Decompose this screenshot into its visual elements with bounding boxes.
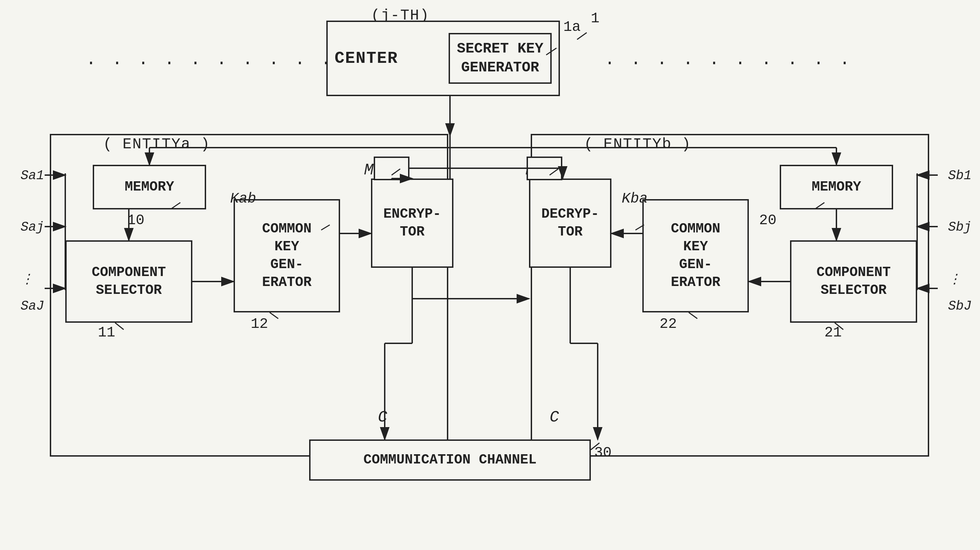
component-selector-b-box: COMPONENTSELECTOR bbox=[790, 240, 917, 323]
signal-saJ: SaJ bbox=[21, 299, 44, 313]
secret-key-label: SECRET KEYGENERATOR bbox=[457, 41, 543, 76]
c-label-a: C bbox=[378, 409, 387, 426]
ref-21: 21 bbox=[824, 324, 842, 341]
ref-1a: 1a bbox=[563, 19, 581, 35]
ref-12: 12 bbox=[251, 316, 268, 332]
component-selector-a-label: COMPONENTSELECTOR bbox=[92, 264, 166, 299]
signal-sb1: Sb1 bbox=[948, 168, 971, 183]
ref-10: 10 bbox=[127, 212, 144, 229]
decryptor-label: DECRYP-TOR bbox=[541, 205, 599, 241]
ref-1: 1 bbox=[591, 10, 600, 27]
m-label-b: M bbox=[525, 161, 535, 179]
memory-a-label: MEMORY bbox=[125, 178, 174, 196]
ref-13: 13 bbox=[376, 168, 393, 185]
encryptor-label: ENCRYP-TOR bbox=[383, 205, 441, 241]
dots-right: . . . . . . . . . . bbox=[605, 50, 853, 69]
signal-sbj: Sbj bbox=[948, 220, 971, 234]
m-label-a: M bbox=[364, 161, 374, 179]
memory-b-box: MEMORY bbox=[780, 165, 893, 210]
center-label: CENTER bbox=[334, 49, 405, 68]
signal-sbj-dots: ⋮ bbox=[948, 271, 961, 287]
memory-a-box: MEMORY bbox=[93, 165, 206, 210]
signal-sbJ: SbJ bbox=[948, 299, 971, 313]
secret-key-generator-box: SECRET KEYGENERATOR bbox=[449, 33, 552, 83]
kab-label: Kab bbox=[230, 191, 256, 207]
component-selector-b-label: COMPONENTSELECTOR bbox=[816, 264, 891, 299]
dots-left: . . . . . . . . . . bbox=[86, 50, 334, 69]
signal-saj: Saj bbox=[21, 220, 44, 234]
ref-30: 30 bbox=[594, 445, 611, 461]
diagram: (j-TH) . . . . . . . . . . . . . . . . .… bbox=[0, 0, 980, 550]
common-key-gen-b-box: COMMONKEYGEN-ERATOR bbox=[642, 199, 749, 312]
kba-label: Kba bbox=[622, 191, 648, 207]
ref-23: 23 bbox=[534, 168, 551, 185]
ref-22: 22 bbox=[660, 316, 677, 332]
signal-saj-dots: ⋮ bbox=[21, 271, 33, 287]
decryptor-box: DECRYP-TOR bbox=[529, 178, 611, 268]
communication-channel-label: COMMUNICATION CHANNEL bbox=[363, 451, 536, 469]
common-key-gen-a-box: COMMONKEYGEN-ERATOR bbox=[234, 199, 340, 312]
memory-b-label: MEMORY bbox=[812, 178, 861, 196]
ref-20: 20 bbox=[759, 212, 776, 229]
common-key-gen-b-label: COMMONKEYGEN-ERATOR bbox=[671, 220, 720, 291]
signal-sa1: Sa1 bbox=[21, 168, 44, 183]
common-key-gen-a-label: COMMONKEYGEN-ERATOR bbox=[262, 220, 312, 291]
c-label-b: C bbox=[550, 409, 559, 426]
communication-channel-box: COMMUNICATION CHANNEL bbox=[309, 439, 591, 481]
component-selector-a-box: COMPONENTSELECTOR bbox=[65, 240, 192, 323]
center-block: CENTER SECRET KEYGENERATOR bbox=[326, 21, 560, 96]
encryptor-box: ENCRYP-TOR bbox=[371, 178, 453, 268]
ref-11: 11 bbox=[98, 324, 115, 341]
